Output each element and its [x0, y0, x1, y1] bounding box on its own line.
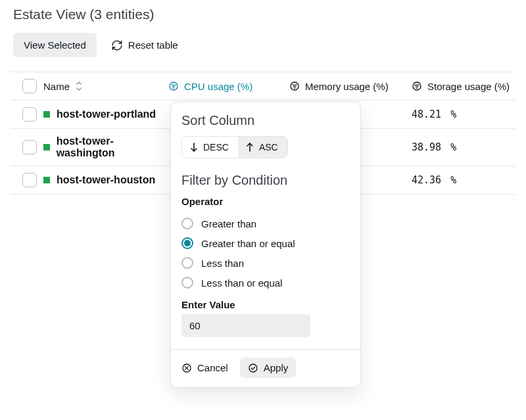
storage-cell: 42.36% [412, 174, 510, 186]
status-square-icon [43, 177, 50, 183]
header-cpu[interactable]: CPU usage (%) [168, 81, 289, 92]
percent-sign: % [450, 141, 456, 153]
arrow-down-icon [190, 143, 198, 152]
filter-active-icon [168, 81, 179, 91]
sort-desc-button[interactable]: DESC [182, 137, 238, 158]
host-cell[interactable]: host-tower-washington [43, 135, 168, 159]
operator-gt-label: Greater than [201, 218, 256, 229]
host-name: host-tower-portland [57, 108, 156, 120]
operator-option-gt[interactable]: Greater than [181, 214, 350, 233]
divider [171, 349, 360, 350]
reset-table-label: Reset table [128, 39, 178, 51]
header-name-label: Name [43, 81, 70, 92]
sort-icon [75, 82, 83, 91]
host-cell[interactable]: host-tower-houston [43, 174, 168, 186]
operator-label: Operator [181, 196, 350, 207]
operator-lte-label: Less than or equal [201, 277, 282, 289]
header-check-cell [16, 79, 43, 93]
column-popover: Sort Column DESC ASC Filter by Condition… [170, 102, 361, 388]
storage-value: 48.21 [412, 108, 441, 120]
apply-button[interactable]: Apply [240, 358, 297, 378]
header-memory-label: Memory usage (%) [305, 81, 389, 92]
sort-direction-toggle: DESC ASC [181, 136, 288, 158]
estate-view: Estate View (3 entities) View Selected R… [0, 7, 526, 414]
radio-checked-icon [181, 237, 193, 249]
radio-icon [181, 277, 193, 289]
svg-point-4 [291, 82, 299, 90]
percent-sign: % [450, 108, 456, 120]
operator-option-lte[interactable]: Less than or equal [181, 273, 350, 292]
radio-icon [181, 257, 193, 269]
sort-asc-label: ASC [259, 142, 278, 152]
header-memory[interactable]: Memory usage (%) [289, 81, 412, 92]
row-checkbox[interactable] [22, 140, 37, 154]
arrow-up-icon [246, 143, 254, 152]
status-square-icon [43, 111, 50, 118]
host-name: host-tower-houston [57, 174, 155, 186]
apply-label: Apply [264, 362, 289, 373]
sort-section-title: Sort Column [181, 113, 350, 128]
storage-value: 42.36 [412, 174, 441, 186]
popover-actions: Cancel Apply [181, 358, 350, 378]
refresh-icon [111, 39, 123, 51]
cancel-label: Cancel [197, 362, 228, 373]
close-circle-icon [181, 363, 192, 373]
operator-option-lt[interactable]: Less than [181, 253, 350, 273]
filter-value-input[interactable] [181, 314, 310, 337]
svg-point-0 [170, 82, 178, 90]
filter-icon [412, 81, 422, 91]
storage-cell: 38.98% [412, 141, 510, 153]
header-storage[interactable]: Storage usage (%) [412, 81, 510, 92]
filter-icon [289, 81, 300, 91]
view-selected-label: View Selected [24, 39, 86, 51]
sort-desc-label: DESC [203, 142, 229, 152]
filter-section-title: Filter by Condition [181, 173, 350, 188]
operator-option-gte[interactable]: Greater than or equal [181, 233, 350, 253]
storage-value: 38.98 [412, 141, 441, 153]
header-cpu-label: CPU usage (%) [184, 81, 252, 92]
hosts-table: Name CPU usage (%) Memory usage (%) [11, 72, 515, 195]
select-all-checkbox[interactable] [22, 79, 37, 93]
svg-point-8 [413, 82, 421, 90]
cancel-button[interactable]: Cancel [181, 362, 228, 373]
reset-table-button[interactable]: Reset table [111, 39, 178, 51]
operator-gte-label: Greater than or equal [201, 238, 295, 249]
row-checkbox[interactable] [22, 173, 37, 187]
header-name[interactable]: Name [43, 81, 168, 92]
header-storage-label: Storage usage (%) [427, 81, 510, 92]
enter-value-label: Enter Value [181, 299, 350, 310]
table-header: Name CPU usage (%) Memory usage (%) [11, 72, 515, 101]
row-checkbox[interactable] [22, 107, 37, 122]
storage-cell: 48.21% [412, 108, 510, 120]
host-cell[interactable]: host-tower-portland [43, 108, 168, 120]
check-circle-icon [248, 363, 258, 373]
radio-icon [181, 218, 193, 229]
view-selected-button[interactable]: View Selected [13, 33, 97, 57]
status-square-icon [43, 144, 50, 151]
host-name: host-tower-washington [57, 135, 168, 159]
sort-asc-button[interactable]: ASC [238, 137, 287, 158]
operator-lt-label: Less than [201, 258, 244, 269]
toolbar: View Selected Reset table [11, 33, 515, 72]
percent-sign: % [450, 174, 456, 186]
page-title: Estate View (3 entities) [11, 7, 515, 33]
